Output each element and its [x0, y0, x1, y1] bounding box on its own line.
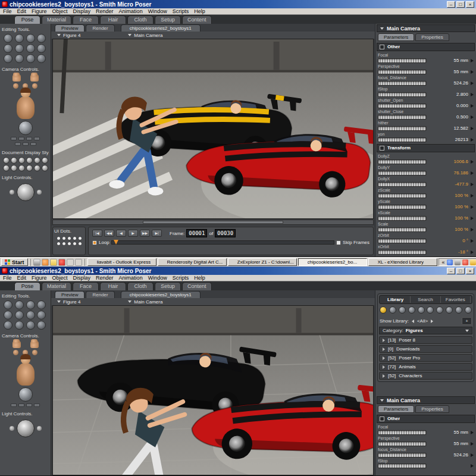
expand-arrow-icon[interactable]	[383, 374, 385, 378]
style-hidden-line-icon[interactable]	[26, 157, 33, 164]
style-cartoon-icon[interactable]	[11, 165, 17, 171]
menu-item[interactable]: Window	[148, 8, 167, 14]
ui-dot[interactable]	[62, 242, 65, 245]
params-panel-tab[interactable]: Parameters	[378, 33, 414, 41]
parameter-dial[interactable]	[378, 115, 427, 120]
library-category-figures-icon[interactable]	[380, 306, 387, 314]
expand-arrow-icon[interactable]	[383, 356, 385, 360]
camera-move-button[interactable]	[34, 403, 40, 407]
style-smooth-shaded-icon[interactable]	[26, 165, 33, 171]
parameter-menu-arrow-icon[interactable]	[471, 70, 474, 74]
quicklaunch-show-desktop-icon[interactable]	[50, 259, 57, 266]
parameter-dial[interactable]	[378, 159, 427, 164]
menu-item[interactable]: Animation	[119, 8, 143, 14]
camera-move-button[interactable]	[18, 137, 24, 140]
ui-dot[interactable]	[79, 242, 82, 245]
dolly-camera-icon[interactable]	[32, 83, 37, 89]
camera-move-button[interactable]	[34, 137, 40, 140]
close-button[interactable]: ×	[466, 1, 474, 8]
maximize-button[interactable]: □	[456, 1, 465, 8]
transport-button[interactable]: ▶	[128, 230, 138, 237]
transport-button[interactable]: ◀	[116, 230, 126, 237]
parameter-row[interactable]: hither 12.582	[377, 120, 475, 131]
library-folder-row[interactable]: [72] Animals	[379, 363, 472, 371]
parameter-row[interactable]: zScale 100 %	[377, 187, 475, 199]
room-tab[interactable]: Setup	[155, 282, 181, 290]
library-selector[interactable]: <All>	[412, 318, 433, 324]
parameter-dial[interactable]	[378, 70, 427, 74]
camera-scale-button[interactable]	[15, 142, 21, 146]
tool-morphing-icon[interactable]	[26, 321, 35, 330]
library-folder-row[interactable]: [52] Poser Pro	[379, 354, 472, 362]
menu-item[interactable]: File	[3, 8, 12, 14]
library-tab[interactable]: Favorites	[441, 296, 471, 303]
parameter-dial[interactable]	[378, 182, 427, 187]
light-create-icon[interactable]	[10, 190, 14, 195]
parameter-menu-arrow-icon[interactable]	[471, 171, 474, 175]
parameter-menu-arrow-icon[interactable]	[471, 431, 474, 434]
minimize-button[interactable]: –	[447, 1, 455, 8]
figure-selector[interactable]: Figure 4	[57, 299, 80, 305]
viewport-3d-scene[interactable]	[52, 305, 374, 475]
style-flat-shaded-icon[interactable]	[42, 157, 48, 164]
params-panel-tab[interactable]: Properties	[415, 33, 449, 41]
room-tab[interactable]: Pose	[14, 15, 40, 24]
style-cartoon-lined-icon[interactable]	[18, 165, 25, 171]
parameter-dial[interactable]	[378, 430, 427, 435]
parameter-row[interactable]: zOrbit 0 °	[377, 233, 475, 244]
document-tab[interactable]: chipcookieseries2_boystoys1	[121, 291, 201, 298]
library-tab[interactable]: Search	[411, 296, 440, 303]
camera-trackball[interactable]	[18, 387, 33, 402]
parameter-menu-arrow-icon[interactable]	[471, 194, 474, 198]
start-button[interactable]: Start	[1, 258, 28, 266]
parameter-dial[interactable]	[378, 81, 427, 86]
room-tab[interactable]: Material	[42, 15, 71, 24]
style-flat-lined-icon[interactable]	[3, 165, 10, 171]
timeline-scrubber[interactable]	[111, 240, 334, 245]
parameter-menu-arrow-icon[interactable]	[471, 160, 474, 164]
tool-morphing-icon[interactable]	[26, 54, 35, 63]
menu-item[interactable]: File	[3, 275, 12, 281]
task-button[interactable]: XL - eXtended Library	[368, 258, 437, 266]
figure-rotation-preview[interactable]	[17, 96, 35, 119]
menu-item[interactable]: Scripts	[173, 275, 189, 281]
tool-chain-break-icon[interactable]	[26, 311, 35, 320]
parameter-dial[interactable]	[378, 137, 427, 142]
parameter-row[interactable]: Other	[377, 43, 475, 51]
menu-item[interactable]: Display	[73, 8, 91, 14]
tool-scale-icon[interactable]	[4, 44, 12, 53]
menu-item[interactable]: Render	[96, 8, 114, 14]
parameter-menu-arrow-icon[interactable]	[471, 228, 474, 231]
camera-move-button[interactable]	[26, 137, 32, 140]
room-tab[interactable]: Face	[73, 282, 99, 290]
loop-checkbox[interactable]	[92, 240, 97, 245]
quicklaunch-media-player-icon[interactable]	[58, 259, 65, 266]
tray-messenger-icon[interactable]	[470, 259, 476, 265]
tool-taper-icon[interactable]	[15, 311, 24, 320]
parameter-menu-arrow-icon[interactable]	[471, 115, 474, 119]
library-category-hair-icon[interactable]	[408, 306, 415, 314]
tool-chain-break-icon[interactable]	[26, 44, 35, 53]
room-tab[interactable]: Face	[73, 15, 99, 24]
category-selector[interactable]: Category: Figures	[379, 327, 472, 334]
menu-item[interactable]: Scripts	[173, 8, 189, 14]
room-tab[interactable]: Cloth	[127, 15, 154, 24]
parameter-menu-arrow-icon[interactable]	[471, 59, 474, 62]
parameter-dial[interactable]	[378, 193, 427, 198]
transport-button[interactable]: ▶|	[152, 230, 162, 237]
parameter-menu-arrow-icon[interactable]	[471, 104, 474, 108]
parameter-row[interactable]: Focal 55 mm	[377, 52, 475, 64]
params-panel-tab[interactable]: Properties	[415, 405, 449, 413]
ui-dot[interactable]	[68, 237, 71, 240]
task-button[interactable]: chipcookieseries2_bo...	[298, 258, 367, 266]
library-folder-row[interactable]: [13] Poser 8	[379, 336, 472, 344]
parameter-row[interactable]: DollyY 76.186	[377, 165, 475, 176]
tool-view-magnifier-icon[interactable]	[15, 54, 24, 63]
parameter-row[interactable]: DollyX -477.9	[377, 176, 475, 187]
camera-panel-header[interactable]: Main Camera	[377, 396, 475, 404]
tool-color-icon[interactable]	[37, 311, 46, 320]
quicklaunch-file-explorer-icon[interactable]	[67, 259, 74, 266]
left-hand-camera-icon[interactable]	[12, 74, 21, 82]
ui-dot[interactable]	[73, 237, 76, 240]
transport-button[interactable]: ◀◀	[104, 230, 114, 237]
